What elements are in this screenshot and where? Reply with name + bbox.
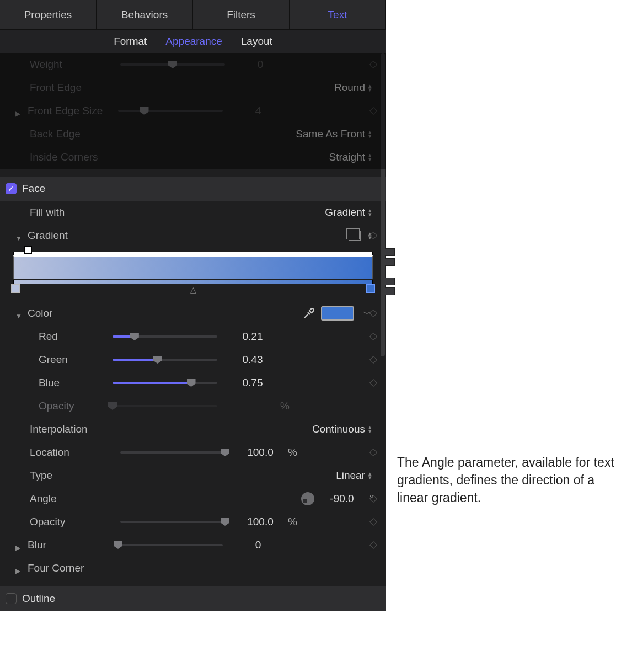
param-blue: Blue 0.75 <box>0 371 386 394</box>
location-value[interactable]: 100.0 <box>233 446 288 458</box>
front-edge-select[interactable]: Round <box>334 82 372 94</box>
disclosure-icon[interactable] <box>15 564 24 573</box>
param-green: Green 0.43 <box>0 348 386 371</box>
scrollbar[interactable] <box>381 53 385 356</box>
four-corner-label: Four Corner <box>28 562 110 574</box>
annotation-text: The Angle parameter, available for text … <box>397 454 618 507</box>
eyedropper-icon[interactable] <box>302 307 315 320</box>
tab-text[interactable]: Text <box>290 0 386 29</box>
param-front-edge-size: Front Edge Size 4 <box>0 99 386 122</box>
front-edge-label: Front Edge <box>30 82 113 94</box>
param-red: Red 0.21 <box>0 325 386 348</box>
disclosure-icon[interactable] <box>15 106 24 115</box>
fill-with-label: Fill with <box>30 206 113 218</box>
gradient-midpoint-icon[interactable]: △ <box>190 285 196 294</box>
tab-filters[interactable]: Filters <box>193 0 290 29</box>
keyframe-icon[interactable] <box>369 449 377 456</box>
weight-slider[interactable] <box>120 63 225 66</box>
red-value[interactable]: 0.21 <box>225 330 280 343</box>
subtab-layout[interactable]: Layout <box>241 35 272 47</box>
green-slider[interactable] <box>113 359 217 361</box>
type-select[interactable]: Linear <box>336 470 372 482</box>
gradient-color-stop[interactable] <box>11 284 20 293</box>
keyframe-icon[interactable] <box>369 379 377 387</box>
sub-tabs: Format Appearance Layout <box>0 30 386 53</box>
opacity-label: Opacity <box>39 400 105 412</box>
inside-corners-select[interactable]: Straight <box>329 151 372 163</box>
param-type: Type Linear <box>0 464 386 487</box>
face-section: Face <box>0 177 386 201</box>
keyframe-icon[interactable] <box>369 333 377 340</box>
param-blur: Blur 0 <box>0 534 386 557</box>
disclosure-icon[interactable] <box>15 541 24 550</box>
keyframe-icon[interactable] <box>369 61 377 68</box>
keyframe-icon[interactable] <box>369 518 377 526</box>
blue-value[interactable]: 0.75 <box>225 377 280 389</box>
angle-label: Angle <box>30 493 113 505</box>
opacity-bar[interactable] <box>13 252 373 255</box>
face-checkbox[interactable] <box>6 183 17 194</box>
outline-checkbox[interactable] <box>6 593 17 604</box>
param-fill-with: Fill with Gradient <box>0 201 386 224</box>
disclosure-icon[interactable] <box>15 309 24 318</box>
subtab-format[interactable]: Format <box>114 35 147 47</box>
param-location: Location 100.0% <box>0 441 386 464</box>
opacity-stop-handle[interactable] <box>24 246 32 254</box>
interpolation-select[interactable]: Continuous <box>312 423 372 435</box>
blue-label: Blue <box>39 377 105 389</box>
preset-icon[interactable] <box>349 231 361 241</box>
keyframe-icon[interactable] <box>369 541 377 549</box>
param-opacity: Opacity % <box>0 394 386 418</box>
angle-value[interactable]: -90.0 <box>314 493 369 505</box>
callout-line <box>298 519 394 519</box>
blur-value[interactable]: 0 <box>231 539 286 551</box>
blur-label: Blur <box>28 539 110 551</box>
outline-label: Outline <box>22 593 55 605</box>
gradient-editor[interactable]: △ <box>0 247 386 302</box>
weight-value[interactable]: 0 <box>233 58 288 71</box>
tab-behaviors[interactable]: Behaviors <box>97 0 193 29</box>
front-edge-size-label: Front Edge Size <box>28 105 110 117</box>
fill-with-select[interactable]: Gradient <box>325 206 372 218</box>
gradient-color-stop[interactable] <box>366 284 375 293</box>
param-opacity2: Opacity 100.0% <box>0 510 386 534</box>
front-edge-size-slider[interactable] <box>118 110 223 112</box>
location-slider[interactable] <box>120 451 225 454</box>
gradient-label: Gradient <box>28 230 110 242</box>
green-value[interactable]: 0.43 <box>225 354 280 366</box>
param-inside-corners: Inside Corners Straight <box>0 146 386 169</box>
weight-label: Weight <box>30 58 113 71</box>
tab-properties[interactable]: Properties <box>0 0 97 29</box>
color-label: Color <box>28 307 110 319</box>
opacity2-slider[interactable] <box>120 521 225 523</box>
gradient-preview <box>13 280 373 284</box>
param-angle: Angle -90.0° <box>0 487 386 510</box>
back-edge-select[interactable]: Same As Front <box>296 128 372 140</box>
gradient-bar[interactable] <box>13 255 373 279</box>
opacity2-label: Opacity <box>30 516 113 528</box>
main-tabs: Properties Behaviors Filters Text <box>0 0 386 30</box>
type-label: Type <box>30 470 113 482</box>
location-label: Location <box>30 446 113 458</box>
opacity2-value[interactable]: 100.0 <box>233 516 288 528</box>
red-slider[interactable] <box>113 335 217 338</box>
keyframe-icon[interactable] <box>369 356 377 364</box>
blur-slider[interactable] <box>118 544 223 546</box>
blue-slider[interactable] <box>113 382 217 384</box>
param-four-corner: Four Corner <box>0 557 386 580</box>
param-gradient: Gradient <box>0 224 386 247</box>
keyframe-icon[interactable] <box>369 107 377 115</box>
color-well[interactable] <box>321 306 354 321</box>
disclosure-icon[interactable] <box>15 231 24 240</box>
green-label: Green <box>39 354 105 366</box>
param-interpolation: Interpolation Continuous <box>0 418 386 441</box>
param-front-edge: Front Edge Round <box>0 76 386 99</box>
interpolation-label: Interpolation <box>30 423 113 435</box>
param-back-edge: Back Edge Same As Front <box>0 122 386 146</box>
subtab-appearance[interactable]: Appearance <box>165 35 222 47</box>
front-edge-size-value[interactable]: 4 <box>231 105 286 117</box>
back-edge-label: Back Edge <box>30 128 113 140</box>
angle-dial[interactable] <box>301 492 314 505</box>
inside-corners-label: Inside Corners <box>30 151 113 163</box>
outline-section: Outline <box>0 586 386 611</box>
